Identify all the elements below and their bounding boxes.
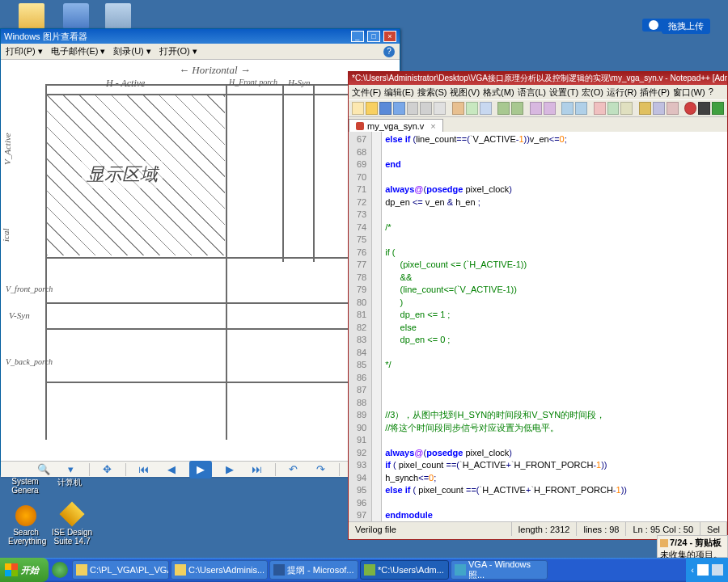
indent-guide-icon[interactable] (620, 102, 633, 115)
play-macro-icon[interactable] (712, 102, 724, 115)
save-icon[interactable] (379, 102, 392, 115)
desktop-mycomputer-icon[interactable] (57, 3, 95, 31)
task-notepadpp[interactable]: *C:\Users\Adm... (360, 560, 449, 580)
tab-close-icon[interactable]: × (430, 121, 435, 131)
redo-icon[interactable] (511, 102, 523, 115)
chevron-down-icon[interactable]: ▾ (61, 462, 81, 477)
maximize-button[interactable]: □ (367, 31, 380, 42)
upload-drag-button[interactable]: 拖拽上传 (662, 19, 710, 34)
npp-statusbar: Verilog file length : 2312 lines : 98 Ln… (349, 521, 727, 536)
paste-icon[interactable] (480, 102, 492, 115)
fold-column[interactable] (372, 132, 382, 521)
menu-run[interactable]: 运行(R) (607, 86, 637, 98)
desktop-folder-icon[interactable] (12, 3, 51, 31)
sketch-h-label: ← Horizontal → (179, 64, 251, 77)
file-modified-icon (356, 122, 364, 130)
npp-editor[interactable]: 6768697071727374757677787980818283848586… (349, 132, 727, 521)
close-button[interactable]: × (383, 31, 396, 42)
line-gutter: 6768697071727374757677787980818283848586… (349, 132, 372, 521)
sketch-v-syn: V-Syn (9, 310, 30, 320)
replace-icon[interactable] (544, 102, 556, 115)
menu-macro[interactable]: 宏(O) (582, 86, 603, 98)
npp-tabbar: my_vga_syn.v× (349, 117, 727, 132)
menu-help[interactable]: ? (709, 86, 713, 98)
zoom-out-icon[interactable] (575, 102, 587, 115)
label: Search Everything (8, 528, 44, 546)
npp-icon (364, 564, 375, 576)
print-icon[interactable] (434, 102, 446, 115)
next-end-button[interactable]: ⏭ (248, 462, 267, 477)
copy-icon[interactable] (466, 102, 478, 115)
sketch-v-front: V_front_porch (6, 285, 53, 293)
menu-plugins[interactable]: 插件(P) (640, 86, 670, 98)
file-tab[interactable]: my_vga_syn.v× (349, 119, 443, 132)
folder-view-icon[interactable] (639, 102, 651, 115)
window-controls: _ □ × (350, 31, 396, 42)
save-all-icon[interactable] (393, 102, 405, 115)
menu-language[interactable]: 语言(L) (518, 86, 546, 98)
imgviewer-title-text: Windows 图片查看器 (4, 31, 350, 43)
desktop-shortcut-icon[interactable] (99, 3, 138, 31)
menu-open[interactable]: 打开(O) ▾ (159, 45, 197, 57)
desktop-search-everything[interactable]: Search Everything (8, 505, 44, 546)
minimize-button[interactable]: _ (351, 31, 364, 42)
system-tray[interactable]: ‹ (686, 558, 728, 582)
menu-view[interactable]: 视图(V) (450, 86, 480, 98)
task-label: VGA - Windows 照... (468, 560, 544, 580)
prev-button[interactable]: ◀ (162, 462, 181, 477)
find-icon[interactable] (530, 102, 542, 115)
menu-edit[interactable]: 编辑(E) (384, 86, 414, 98)
menu-email[interactable]: 电子邮件(E) ▾ (51, 45, 106, 57)
start-button[interactable]: 开始 (0, 558, 49, 582)
menu-search[interactable]: 搜索(S) (417, 86, 447, 98)
task-folder-1[interactable]: C:\PL_VGA\PL_VGA... (72, 560, 169, 580)
menu-print[interactable]: 打印(P) ▾ (6, 45, 43, 57)
desktop-computer[interactable]: 计算机 (50, 477, 89, 488)
npp-titlebar[interactable]: *C:\Users\Administrator\Desktop\VGA接口原理分… (349, 72, 727, 85)
search-app-icon (15, 505, 36, 526)
folder-icon (76, 564, 87, 576)
slideshow-button[interactable]: ▶ (189, 461, 212, 479)
prev-end-button[interactable]: ⏮ (134, 462, 154, 477)
close-file-icon[interactable] (407, 102, 419, 115)
menu-window[interactable]: 窗口(W) (673, 86, 705, 98)
doc-map-icon[interactable] (653, 102, 665, 115)
close-all-icon[interactable] (420, 102, 432, 115)
ql-browser-icon[interactable] (52, 562, 68, 578)
task-word[interactable]: 提纲 - Microsof... (269, 560, 358, 580)
task-label: *C:\Users\Adm... (378, 565, 444, 575)
undo-icon[interactable] (497, 102, 510, 115)
rotate-cw-button[interactable]: ↷ (311, 462, 331, 477)
desktop-system-genera[interactable]: System Genera (8, 477, 42, 495)
menu-burn[interactable]: 刻录(U) ▾ (113, 45, 150, 57)
zoom-in-icon[interactable] (561, 102, 574, 115)
imgviewer-titlebar[interactable]: Windows 图片查看器 _ □ × (1, 29, 400, 44)
open-file-icon[interactable] (366, 102, 378, 115)
notepadpp-window: *C:\Users\Administrator\Desktop\VGA接口原理分… (348, 71, 728, 540)
func-list-icon[interactable] (667, 102, 679, 115)
code-area[interactable]: else if (line_count==(`V_ACTIVE-1))v_en<… (382, 132, 630, 521)
cut-icon[interactable] (452, 102, 464, 115)
new-file-icon[interactable] (352, 102, 364, 115)
menu-settings[interactable]: 设置(T) (549, 86, 578, 98)
menu-format[interactable]: 格式(M) (483, 86, 514, 98)
tray-expand-icon[interactable]: ‹ (691, 565, 694, 575)
help-icon[interactable]: ? (383, 46, 395, 57)
stop-macro-icon[interactable] (698, 102, 710, 115)
link-icon (649, 20, 658, 30)
record-macro-icon[interactable] (684, 102, 696, 115)
wordwrap-icon[interactable] (594, 102, 606, 115)
task-folder-2[interactable]: C:\Users\Adminis... (171, 560, 268, 580)
menu-file[interactable]: 文件(F) (352, 86, 381, 98)
task-imgviewer[interactable]: VGA - Windows 照... (451, 560, 548, 580)
desktop-ise[interactable]: ISE Design Suite 14.7 (50, 505, 94, 546)
fit-tool[interactable]: ✥ (98, 462, 117, 477)
tray-volume-icon[interactable] (712, 564, 723, 576)
folder-icon (175, 564, 186, 576)
zoom-tool[interactable]: 🔍 (34, 462, 53, 477)
next-button[interactable]: ▶ (220, 462, 239, 477)
rotate-ccw-button[interactable]: ↶ (284, 462, 303, 477)
clipboard-panel[interactable]: 7/24 - 剪贴板 未收集的项目。 (657, 535, 728, 558)
show-symbols-icon[interactable] (607, 102, 620, 115)
tray-network-icon[interactable] (697, 564, 709, 576)
